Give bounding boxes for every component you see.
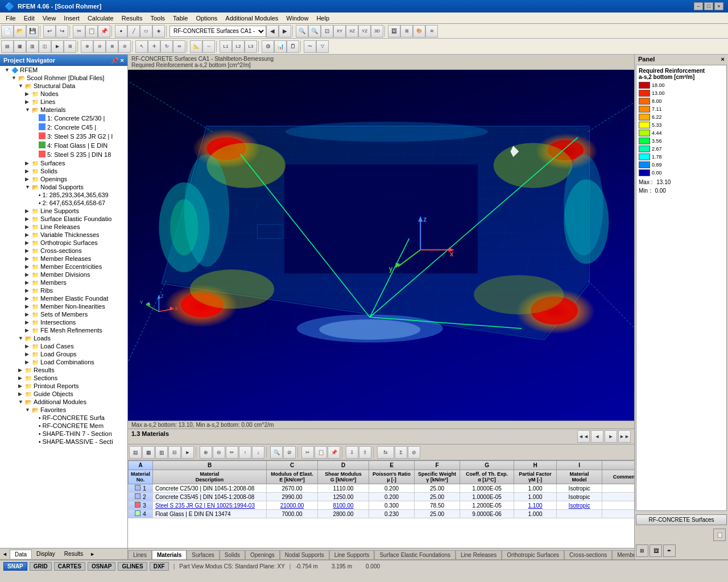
menu-item-tools[interactable]: Tools xyxy=(147,14,168,23)
view-canvas[interactable]: z x y X xyxy=(128,70,634,421)
tb-prev[interactable]: ◀ xyxy=(266,25,279,38)
nav-tab-data[interactable]: Data xyxy=(10,550,32,559)
tb2-calc[interactable]: ⚙ xyxy=(262,40,274,53)
nav-close-btn[interactable]: × xyxy=(121,57,124,64)
maximize-button[interactable]: □ xyxy=(704,2,713,10)
tbl-tb-sum[interactable]: Σ xyxy=(395,446,407,459)
tree-item[interactable]: ▶📁Members xyxy=(0,278,127,286)
tb2-rotate[interactable]: ↻ xyxy=(160,40,173,53)
tree-item[interactable]: ▶📁Member Non-linearities xyxy=(0,302,127,310)
tb2-3[interactable]: ▥ xyxy=(26,40,39,53)
nav-pin-btn[interactable]: 📌 xyxy=(111,57,119,64)
table-tab-member-releases[interactable]: Member Releases xyxy=(612,550,634,559)
tree-item[interactable]: ▼📂Structural Data xyxy=(0,82,127,90)
tb2-7[interactable]: ⊕ xyxy=(81,40,93,53)
tb-new[interactable]: 📄 xyxy=(1,25,14,38)
table-row[interactable]: 3Steel S 235 JR G2 | EN 10025:1994-03210… xyxy=(129,501,635,510)
tbl-tb-3[interactable]: ▥ xyxy=(155,446,168,459)
tree-item[interactable]: ▶📁Surface Elastic Foundatio xyxy=(0,215,127,223)
panel-tool-3[interactable]: ✒ xyxy=(663,544,676,557)
menu-item-table[interactable]: Table xyxy=(169,14,191,23)
table-tab-surface-elastic-foundations[interactable]: Surface Elastic Foundations xyxy=(374,550,456,559)
glines-button[interactable]: GLINES xyxy=(118,562,147,571)
tb-surfaces[interactable]: ▭ xyxy=(140,25,152,38)
tb-3d[interactable]: ◈ xyxy=(152,25,165,38)
tb2-4[interactable]: ◫ xyxy=(39,40,51,53)
tree-item[interactable]: ▶📁Solids xyxy=(0,167,127,175)
tb-undo[interactable]: ↩ xyxy=(43,25,56,38)
col-header-j[interactable] xyxy=(602,461,634,470)
tb2-l1[interactable]: L1 xyxy=(220,40,232,53)
col-header-a[interactable]: A xyxy=(129,461,153,470)
tree-item[interactable]: •RF-CONCRETE Mem xyxy=(0,422,127,430)
tree-item[interactable]: ▶📁Load Cases xyxy=(0,342,127,350)
tree-item[interactable]: ▶📁Openings xyxy=(0,175,127,183)
table-nav-next[interactable]: ► xyxy=(605,430,617,443)
col-header-f[interactable]: F xyxy=(415,461,460,470)
data-table-container[interactable]: A B C D E F G H I MaterialNo. xyxy=(128,460,634,548)
table-row[interactable]: 4Float Glass | E DIN EN 134747000.002800… xyxy=(129,510,635,518)
tree-item[interactable]: •RF-CONCRETE Surfa xyxy=(0,414,127,422)
table-tab-cross-sections[interactable]: Cross-sections xyxy=(564,550,612,559)
tree-item[interactable]: ▶📁Member Divisions xyxy=(0,271,127,278)
tb-zoom-out[interactable]: 🔍 xyxy=(308,25,321,38)
tb-view-3d[interactable]: 3D xyxy=(371,25,383,38)
nav-tree[interactable]: ▼🔷RFEM▼📂Scool Rohmer [Dlubal Files]▼📂Str… xyxy=(0,66,127,548)
tb2-move[interactable]: ✛ xyxy=(148,40,160,53)
tree-item[interactable]: ▶📁Guide Objects xyxy=(0,390,127,398)
table-tab-materials[interactable]: Materials xyxy=(152,550,187,559)
tb-cut[interactable]: ✂ xyxy=(73,25,85,38)
col-header-g[interactable]: G xyxy=(460,461,514,470)
tree-item[interactable]: ▼📂Loads xyxy=(0,334,127,342)
panel-tool-1[interactable]: ⊞ xyxy=(636,544,648,557)
tb2-1[interactable]: ▤ xyxy=(1,40,14,53)
tree-item[interactable]: ▶📁Load Combinations xyxy=(0,358,127,366)
tree-item[interactable]: •1: 285,293,364,365,639 xyxy=(0,191,127,199)
tb2-table[interactable]: 🗒 xyxy=(287,40,299,53)
tree-item[interactable]: ▶📁Line Supports xyxy=(0,207,127,215)
result-case-dropdown[interactable]: RF-CONCRETE Surfaces CA1 - xyxy=(169,26,266,37)
cartes-button[interactable]: CARTES xyxy=(54,562,85,571)
tbl-tb-1[interactable]: ▤ xyxy=(129,446,142,459)
nav-tab-right[interactable]: ► xyxy=(88,550,97,558)
col-header-b[interactable]: B xyxy=(153,461,267,470)
close-button[interactable]: × xyxy=(714,2,723,10)
tb2-l3[interactable]: L3 xyxy=(245,40,257,53)
table-nav-prev[interactable]: ◄ xyxy=(591,430,603,443)
tbl-tb-del[interactable]: ⊖ xyxy=(213,446,225,459)
tb-contour[interactable]: ≋ xyxy=(425,25,438,38)
tree-item[interactable]: ▶📁Sets of Members xyxy=(0,310,127,318)
col-header-i[interactable]: I xyxy=(557,461,602,470)
tb-render[interactable]: 🖼 xyxy=(388,25,400,38)
tbl-tb-cut[interactable]: ✂ xyxy=(301,446,314,459)
tree-item[interactable]: ▶📁Results xyxy=(0,366,127,374)
tb2-5[interactable]: ▶ xyxy=(51,40,64,53)
tb-nodes[interactable]: ● xyxy=(115,25,127,38)
nav-tab-left[interactable]: ◄ xyxy=(0,550,10,558)
tree-item[interactable]: ▶📁Orthotropic Surfaces xyxy=(0,239,127,247)
menu-item-file[interactable]: File xyxy=(2,14,19,23)
tb-view-yz[interactable]: YZ xyxy=(358,25,371,38)
tbl-tb-imp[interactable]: ⇩ xyxy=(346,446,358,459)
table-tab-lines[interactable]: Lines xyxy=(128,550,152,559)
table-tab-openings[interactable]: Openings xyxy=(245,550,280,559)
tbl-tb-7[interactable]: ↑ xyxy=(239,446,251,459)
tb2-dim[interactable]: ↔ xyxy=(202,40,215,53)
tree-item[interactable]: 4: Float Glass | E DIN xyxy=(0,141,127,150)
tb-mesh[interactable]: ⊞ xyxy=(400,25,413,38)
tree-item[interactable]: •SHAPE-THIN 7 - Section xyxy=(0,430,127,438)
menu-item-calculate[interactable]: Calculate xyxy=(84,14,117,23)
tb2-select[interactable]: ↖ xyxy=(135,40,148,53)
tbl-tb-calc[interactable]: ⊘ xyxy=(408,446,420,459)
table-nav-last[interactable]: ►► xyxy=(618,430,631,443)
tree-item[interactable]: ▼📂Scool Rohmer [Dlubal Files] xyxy=(0,74,127,82)
tb-zoom-in[interactable]: 🔍 xyxy=(296,25,308,38)
tree-item[interactable]: 3: Steel S 235 JR G2 | I xyxy=(0,132,127,141)
rf-concrete-button[interactable]: RF-CONCRETE Surfaces xyxy=(636,514,727,525)
tree-item[interactable]: ▶📁Printout Reports xyxy=(0,382,127,390)
col-header-d[interactable]: D xyxy=(318,461,369,470)
tree-item[interactable]: ▶📁Line Releases xyxy=(0,223,127,231)
minimize-button[interactable]: − xyxy=(694,2,703,10)
table-tab-orthotropic-surfaces[interactable]: Orthotropic Surfaces xyxy=(502,550,564,559)
osnap-button[interactable]: OSNAP xyxy=(88,562,116,571)
